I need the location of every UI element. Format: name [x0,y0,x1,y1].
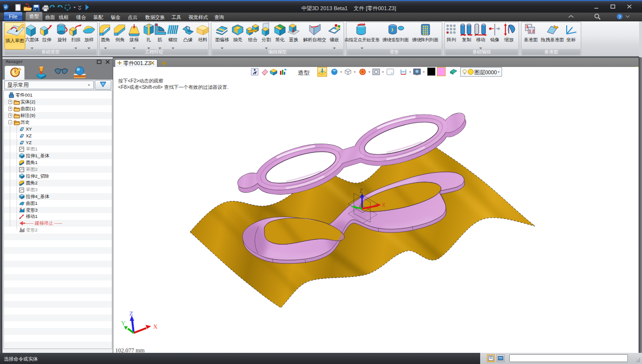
svg-text:2: 2 [532,29,535,33]
svg-text:1: 1 [529,29,531,33]
svg-text:X: X [153,323,158,330]
svg-text:3: 3 [526,24,528,29]
svg-text:?: ? [619,15,621,19]
svg-text:Z: Z [129,310,133,317]
svg-text:X: X [382,202,385,208]
svg-text:Z: Z [360,188,363,194]
svg-text:零件001.Z3: 零件001.Z3 [123,60,151,66]
svg-text:Y: Y [121,319,126,327]
